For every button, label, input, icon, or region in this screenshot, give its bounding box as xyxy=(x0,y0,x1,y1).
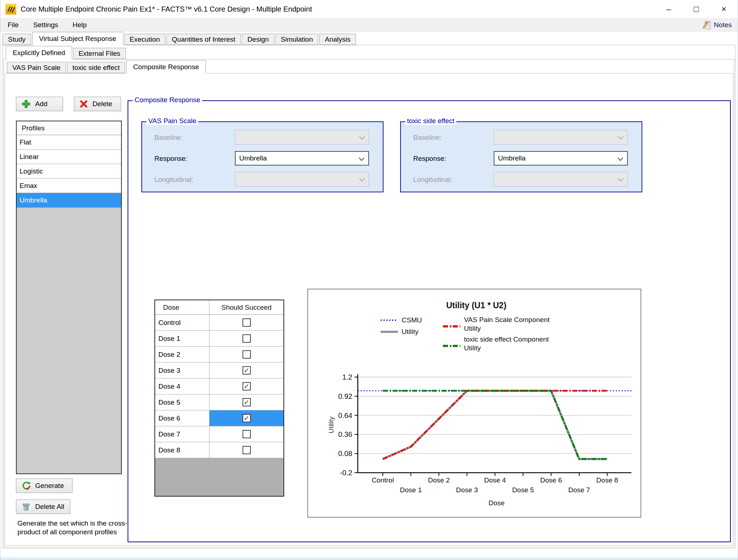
profiles-rows: FlatLinearLogisticEmaxUmbrella xyxy=(17,135,121,208)
should-succeed-cell xyxy=(210,315,283,330)
close-button[interactable]: × xyxy=(710,0,738,18)
tab-study[interactable]: Study xyxy=(3,34,31,45)
defined-tab-strip: Explicitly DefinedExternal Files xyxy=(4,46,734,59)
dose-row-dose-3[interactable]: Dose 3✓ xyxy=(155,363,283,379)
tab-quantities-of-interest[interactable]: Quantities of Interest xyxy=(166,34,241,45)
toxic-longitudinal-label: Longitudinal: xyxy=(413,176,452,184)
vas-longitudinal-combo xyxy=(235,172,369,187)
should-succeed-checkbox[interactable]: ✓ xyxy=(242,398,251,406)
vas-pain-scale-groupbox: VAS Pain Scale Baseline: Response: Umbre… xyxy=(141,121,383,192)
dose-row-dose-8[interactable]: Dose 8 xyxy=(155,442,283,458)
tab-simulation[interactable]: Simulation xyxy=(275,34,319,45)
should-succeed-cell: ✓ xyxy=(210,410,283,426)
tab-analysis[interactable]: Analysis xyxy=(319,34,356,45)
menu-bar: File Settings Help Notes xyxy=(0,18,738,32)
add-button[interactable]: Add xyxy=(16,97,63,111)
should-succeed-checkbox[interactable] xyxy=(242,350,251,359)
menu-file[interactable]: File xyxy=(0,18,26,32)
dose-row-dose-6[interactable]: Dose 6✓ xyxy=(155,410,283,426)
svg-text:Dose 8: Dose 8 xyxy=(596,476,618,484)
delete-all-label: Delete All xyxy=(35,503,64,511)
maximize-button[interactable]: □ xyxy=(683,0,710,18)
svg-text:1.2: 1.2 xyxy=(342,373,352,381)
tab-design[interactable]: Design xyxy=(242,34,274,45)
svg-text:0.64: 0.64 xyxy=(338,411,352,419)
should-succeed-checkbox[interactable] xyxy=(242,334,251,343)
profile-row-linear[interactable]: Linear xyxy=(17,150,121,164)
tab-external-files[interactable]: External Files xyxy=(73,48,126,59)
should-succeed-cell: ✓ xyxy=(210,363,283,378)
chevron-down-icon xyxy=(618,176,624,182)
dose-column-header: Dose xyxy=(155,300,210,314)
dose-row-dose-7[interactable]: Dose 7 xyxy=(155,426,283,442)
svg-text:0.08: 0.08 xyxy=(338,450,352,457)
minimize-button[interactable]: – xyxy=(655,0,683,18)
should-succeed-checkbox[interactable]: ✓ xyxy=(242,382,251,390)
menu-help[interactable]: Help xyxy=(65,18,94,32)
should-succeed-checkbox[interactable] xyxy=(242,318,251,327)
vas-response-value: Umbrella xyxy=(239,154,267,162)
dose-row-dose-4[interactable]: Dose 4✓ xyxy=(155,379,283,394)
tab-toxic-side-effect[interactable]: toxic side effect xyxy=(67,62,125,73)
dose-cell: Dose 5 xyxy=(155,394,210,410)
add-label: Add xyxy=(35,100,47,108)
vas-longitudinal-label: Longitudinal: xyxy=(154,176,194,184)
window-title: Core Multiple Endpoint Chronic Pain Ex1*… xyxy=(21,5,312,13)
utility-chart-svg: Utility (U1 * U2)CSMUUtilityVAS Pain Sca… xyxy=(308,289,640,517)
should-succeed-cell: ✓ xyxy=(210,379,283,394)
notes-button[interactable]: Notes xyxy=(702,20,732,30)
svg-text:Dose 2: Dose 2 xyxy=(428,476,450,484)
profile-row-umbrella[interactable]: Umbrella xyxy=(17,193,121,208)
notes-icon xyxy=(702,20,711,30)
toxic-response-combo[interactable]: Umbrella xyxy=(494,151,628,166)
profiles-list: Profiles FlatLinearLogisticEmaxUmbrella xyxy=(16,121,122,474)
tab-virtual-subject-response[interactable]: Virtual Subject Response xyxy=(32,32,123,45)
svg-text:Dose 1: Dose 1 xyxy=(400,486,422,494)
profile-row-emax[interactable]: Emax xyxy=(17,179,121,193)
should-succeed-checkbox[interactable]: ✓ xyxy=(242,366,251,375)
dose-table-header: Dose Should Succeed xyxy=(155,300,283,315)
delete-button[interactable]: Delete xyxy=(74,97,121,111)
svg-text:toxic side effect Component: toxic side effect Component xyxy=(464,335,549,343)
delete-label: Delete xyxy=(92,100,112,108)
should-succeed-cell xyxy=(210,442,283,458)
toxic-groupbox-title: toxic side effect xyxy=(405,117,456,125)
generate-button[interactable]: Generate xyxy=(16,478,72,493)
delete-icon xyxy=(79,100,88,108)
svg-text:Dose 6: Dose 6 xyxy=(540,476,562,484)
window-bottom-edge xyxy=(0,557,738,560)
should-succeed-checkbox[interactable] xyxy=(242,430,251,438)
tab-composite-response[interactable]: Composite Response xyxy=(126,60,206,74)
tab-execution[interactable]: Execution xyxy=(124,34,165,45)
dose-row-dose-5[interactable]: Dose 5✓ xyxy=(155,394,283,410)
dose-row-dose-1[interactable]: Dose 1 xyxy=(155,331,283,347)
chevron-down-icon xyxy=(618,155,623,161)
add-icon xyxy=(21,99,31,109)
profile-row-flat[interactable]: Flat xyxy=(17,135,121,150)
svg-text:CSMU: CSMU xyxy=(402,316,422,324)
main-tab-strip: StudyVirtual Subject ResponseExecutionQu… xyxy=(0,32,738,45)
should-succeed-checkbox[interactable] xyxy=(242,446,251,454)
composite-response-page: Add Delete Profiles FlatLinearLogisticEm… xyxy=(5,73,733,546)
should-succeed-column-header: Should Succeed xyxy=(210,300,283,314)
vas-response-combo[interactable]: Umbrella xyxy=(235,151,369,166)
dose-row-dose-2[interactable]: Dose 2 xyxy=(155,347,283,363)
svg-text:Utility: Utility xyxy=(327,416,335,433)
menu-settings[interactable]: Settings xyxy=(26,18,66,32)
should-succeed-cell xyxy=(210,426,283,442)
toxic-longitudinal-combo xyxy=(494,172,628,187)
profile-row-logistic[interactable]: Logistic xyxy=(17,164,121,179)
virtual-subject-response-page: Explicitly DefinedExternal Files VAS Pai… xyxy=(3,45,735,548)
composite-response-groupbox: Composite Response VAS Pain Scale Baseli… xyxy=(128,100,731,542)
utility-chart: Utility (U1 * U2)CSMUUtilityVAS Pain Sca… xyxy=(307,289,641,518)
dose-cell: Dose 2 xyxy=(155,347,210,362)
svg-text:Dose: Dose xyxy=(489,499,505,507)
toxic-baseline-label: Baseline: xyxy=(413,134,441,142)
tab-vas-pain-scale[interactable]: VAS Pain Scale xyxy=(7,62,66,73)
tab-explicitly-defined[interactable]: Explicitly Defined xyxy=(6,46,72,59)
should-succeed-checkbox[interactable]: ✓ xyxy=(242,414,251,422)
dose-row-control[interactable]: Control xyxy=(155,315,283,331)
svg-text:Utility: Utility xyxy=(402,328,419,335)
svg-text:Dose 5: Dose 5 xyxy=(512,486,534,494)
delete-all-button[interactable]: Delete All xyxy=(16,500,70,514)
